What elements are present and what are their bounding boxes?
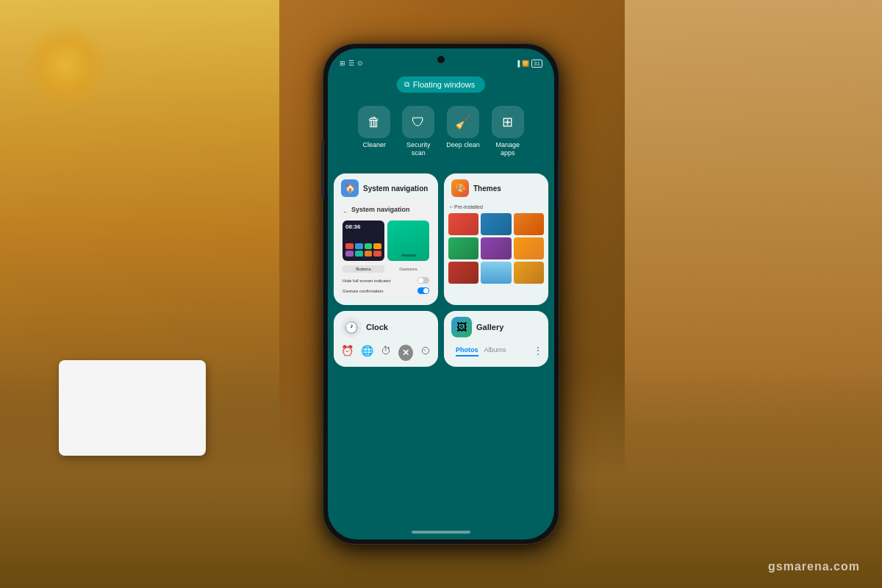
quick-action-deep-clean[interactable]: 🧹 Deep clean xyxy=(446,106,480,157)
time-icon[interactable]: 🌐 xyxy=(361,345,373,361)
timer-icon[interactable]: ⏱ xyxy=(381,345,391,361)
hide-indicator-toggle[interactable] xyxy=(417,277,429,284)
clock-card-icon: 🕐 xyxy=(341,317,362,337)
nav-app-grid xyxy=(345,243,381,257)
preinstalled-label: Pre-installed xyxy=(454,204,483,209)
notif-icon-3: ⊙ xyxy=(357,60,363,67)
bg-decoration-dot xyxy=(22,22,110,110)
themes-preinstalled-bar: ← Pre-installed xyxy=(444,201,548,213)
gesture-confirm-label: Gesture confirmation xyxy=(343,289,415,293)
quick-actions-row: 🗑 Cleaner 🛡 Securityscan 🧹 Deep clean ⊞ … xyxy=(328,106,554,157)
gallery-tabs: Photos Albums xyxy=(450,345,512,356)
cleaner-icon: 🗑 xyxy=(358,106,390,138)
gallery-tabs-row: Photos Albums ⋮ xyxy=(444,342,548,362)
phone-screen: ⊞ ☰ ⊙ ▐ 🛜 31 ⧉ Floating windows xyxy=(328,49,554,539)
status-bar-right: ▐ 🛜 31 xyxy=(515,60,542,68)
security-scan-label: Securityscan xyxy=(406,141,431,157)
system-navigation-card-icon: 🏠 xyxy=(341,179,359,197)
nav-tab-gestures[interactable]: Gestures xyxy=(387,265,429,273)
nav-tab-buttons[interactable]: Buttons xyxy=(343,265,384,273)
nav-preview: ← System navigation 08:36 xyxy=(338,201,434,301)
floating-windows-icon: ⧉ xyxy=(404,80,409,89)
gallery-tab-photos[interactable]: Photos xyxy=(456,345,478,356)
bg-decoration-box xyxy=(59,360,206,456)
system-navigation-content: ← System navigation 08:36 xyxy=(334,201,438,305)
phone-device: ⊞ ☰ ⊙ ▐ 🛜 31 ⧉ Floating windows xyxy=(323,44,559,544)
phone-body: ⊞ ☰ ⊙ ▐ 🛜 31 ⧉ Floating windows xyxy=(323,44,559,544)
manage-apps-icon: ⊞ xyxy=(492,106,524,138)
nav-screen-buttons: 08:36 xyxy=(343,220,384,261)
deep-clean-label: Deep clean xyxy=(446,141,480,149)
gallery-tab-albums[interactable]: Albums xyxy=(484,345,506,356)
signal-icon: ▐ xyxy=(515,60,520,67)
floating-windows-label: Floating windows xyxy=(413,80,475,89)
nav-screen-gestures xyxy=(387,220,429,261)
nav-preview-title: System navigation xyxy=(351,206,410,213)
back-icon-themes: ← xyxy=(448,204,454,210)
themes-header: 🎨 Themes xyxy=(444,173,548,201)
theme-item-3[interactable] xyxy=(514,213,544,235)
battery-icon: 31 xyxy=(531,60,542,68)
camera-notch xyxy=(437,56,445,63)
deep-clean-icon: 🧹 xyxy=(447,106,479,138)
nav-time: 08:36 xyxy=(345,223,360,230)
top-cards-row: 🏠 System navigation ← System navigation xyxy=(334,173,548,305)
themes-card[interactable]: 🎨 Themes ← Pre-installed xyxy=(444,173,548,305)
clock-card-header: 🕐 Clock xyxy=(334,311,438,342)
home-indicator xyxy=(412,531,470,534)
gallery-card-icon: 🖼 xyxy=(451,317,472,337)
gesture-confirm-toggle[interactable] xyxy=(417,287,429,294)
theme-item-1[interactable] xyxy=(448,213,478,235)
theme-item-7[interactable] xyxy=(448,262,478,284)
clock-card-content: ⏰ 🌐 ⏱ ✕ ⏲ xyxy=(334,342,438,367)
cleaner-label: Cleaner xyxy=(362,141,386,149)
themes-grid xyxy=(444,213,548,288)
status-bar-left: ⊞ ☰ ⊙ xyxy=(340,60,363,67)
floating-windows-button[interactable]: ⧉ Floating windows xyxy=(397,76,485,93)
nav-screens: 08:36 xyxy=(343,220,429,261)
system-navigation-card[interactable]: 🏠 System navigation ← System navigation xyxy=(334,173,438,305)
hide-indicator-label: Hide full screen indicator xyxy=(343,279,415,283)
wifi-icon: 🛜 xyxy=(522,60,529,67)
notif-icon-2: ☰ xyxy=(348,60,354,67)
theme-item-4[interactable] xyxy=(448,237,478,259)
hide-indicator-row: Hide full screen indicator xyxy=(343,276,429,286)
gallery-card-header: 🖼 Gallery xyxy=(444,311,548,342)
theme-item-5[interactable] xyxy=(481,237,511,259)
clock-card-title: Clock xyxy=(366,323,388,331)
stopwatch-icon[interactable]: ⏲ xyxy=(420,345,431,361)
security-scan-icon: 🛡 xyxy=(402,106,434,138)
theme-item-2[interactable] xyxy=(481,213,511,235)
themes-card-icon: 🎨 xyxy=(451,179,469,197)
gesture-confirm-row: Gesture confirmation xyxy=(343,286,429,296)
floating-windows-container: ⧉ Floating windows xyxy=(397,76,485,93)
theme-item-9[interactable] xyxy=(514,262,544,284)
back-arrow-icon: ← xyxy=(343,209,348,215)
manage-apps-label: Manageapps xyxy=(496,141,520,157)
system-navigation-card-title: System navigation xyxy=(363,184,428,193)
bottom-cards-row: 🕐 Clock ⏰ 🌐 ⏱ ✕ ⏲ xyxy=(334,311,548,367)
clock-card[interactable]: 🕐 Clock ⏰ 🌐 ⏱ ✕ ⏲ xyxy=(334,311,438,367)
cards-area: 🏠 System navigation ← System navigation xyxy=(334,173,548,367)
quick-action-cleaner[interactable]: 🗑 Cleaner xyxy=(358,106,390,157)
gallery-card-title: Gallery xyxy=(476,323,503,331)
theme-item-8[interactable] xyxy=(481,262,511,284)
gallery-menu-dots-icon[interactable]: ⋮ xyxy=(534,345,542,356)
gallery-card[interactable]: 🖼 Gallery Photos Albums ⋮ xyxy=(444,311,548,367)
status-bar: ⊞ ☰ ⊙ ▐ 🛜 31 xyxy=(328,49,554,72)
close-button[interactable]: ✕ xyxy=(398,345,413,361)
alarm-icon[interactable]: ⏰ xyxy=(341,345,354,361)
nav-style-tabs: Buttons Gestures xyxy=(343,265,429,273)
watermark-text: gsmarena.com xyxy=(768,560,860,573)
notif-icon-1: ⊞ xyxy=(340,60,345,67)
quick-action-manage-apps[interactable]: ⊞ Manageapps xyxy=(492,106,524,157)
themes-card-title: Themes xyxy=(473,184,501,193)
quick-action-security-scan[interactable]: 🛡 Securityscan xyxy=(402,106,434,157)
gesture-bar xyxy=(401,254,416,257)
theme-item-6[interactable] xyxy=(514,237,544,259)
system-navigation-header: 🏠 System navigation xyxy=(334,173,438,201)
